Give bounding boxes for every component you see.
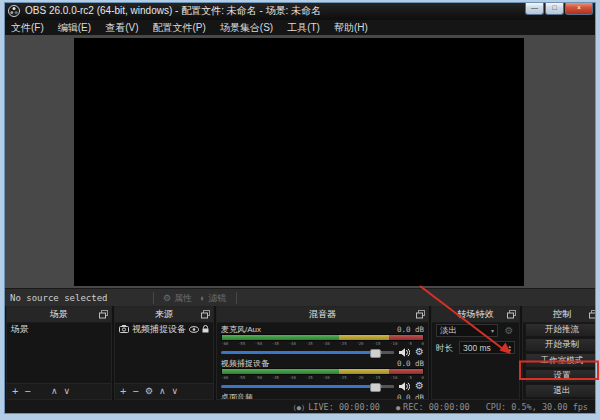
sources-title: 来源 xyxy=(155,308,173,321)
popout-icon[interactable] xyxy=(589,310,598,319)
studio-mode-button[interactable]: 工作室模式 xyxy=(525,353,599,367)
mixer-channel: 麦克风/Aux 0.0 dB -60-55-50-45-40-35-30-25-… xyxy=(221,324,424,358)
controls-panel: 控制 开始推流 开始录制 工作室模式 设置 退出 xyxy=(522,306,600,400)
transition-select[interactable]: 淡出 ▾ xyxy=(436,324,498,337)
source-properties-button[interactable]: ⚙ xyxy=(145,385,153,398)
menu-profile[interactable]: 配置文件(P) xyxy=(145,20,212,35)
start-recording-button[interactable]: 开始录制 xyxy=(525,338,599,352)
transitions-panel: 转场特效 淡出 ▾ ⚙ 时长 300 ms ▴ ▾ xyxy=(431,306,520,400)
menu-help[interactable]: 帮助(H) xyxy=(327,20,375,35)
popout-icon[interactable] xyxy=(201,310,210,319)
filter-icon: ◐ xyxy=(200,293,205,303)
filters-label: 滤镜 xyxy=(209,292,227,305)
status-bar: (●)LIVE: 00:00:00 ●REC: 00:00:00 CPU: 0.… xyxy=(4,400,596,414)
spinner-arrows[interactable]: ▴ ▾ xyxy=(508,344,511,352)
source-item[interactable]: 视频捕捉设备 xyxy=(115,322,213,336)
source-down-button[interactable]: ∨ xyxy=(172,385,179,398)
visibility-eye-icon[interactable] xyxy=(189,326,199,333)
controls-title: 控制 xyxy=(553,308,571,321)
channel-gear-icon[interactable]: ⚙ xyxy=(415,347,424,357)
source-up-button[interactable]: ∧ xyxy=(159,385,166,398)
source-toolbar-buttons: ⚙ 属性 ◐ 滤镜 xyxy=(148,289,242,307)
speaker-icon[interactable] xyxy=(399,382,410,391)
channel-name: 麦克风/Aux xyxy=(221,324,261,335)
sources-toolbar: + − ⚙ ∧ ∨ xyxy=(115,383,213,399)
gear-icon: ⚙ xyxy=(163,293,171,303)
camera-icon xyxy=(119,325,129,333)
properties-label: 属性 xyxy=(174,292,192,305)
channel-level: 0.0 dB xyxy=(397,359,424,368)
obs-window: OBS 26.0.0-rc2 (64-bit, windows) - 配置文件:… xyxy=(0,0,600,420)
scene-down-button[interactable]: ∨ xyxy=(63,385,70,398)
transitions-header: 转场特效 xyxy=(432,307,519,323)
volume-slider-handle[interactable] xyxy=(370,383,381,392)
divider xyxy=(153,292,154,304)
duration-spinner[interactable]: 300 ms ▴ ▾ xyxy=(459,341,515,354)
mixer-header: 混音器 xyxy=(217,307,428,323)
transitions-title: 转场特效 xyxy=(458,308,494,321)
scenes-toolbar: + − ∧ ∨ xyxy=(7,383,111,399)
chevron-down-icon: ▾ xyxy=(491,327,494,334)
filters-button[interactable]: ◐ 滤镜 xyxy=(196,292,230,305)
menu-view[interactable]: 查看(V) xyxy=(98,20,145,35)
popout-icon[interactable] xyxy=(416,310,425,319)
source-toolbar: No source selected ⚙ 属性 ◐ 滤镜 xyxy=(4,288,596,307)
maximize-button[interactable]: □ xyxy=(545,2,564,15)
lock-icon[interactable] xyxy=(202,325,209,333)
mixer-channel: 视频捕捉设备 0.0 dB -60-55-50-45-40-35-30-25-2… xyxy=(221,358,424,392)
mixer-panel: 混音器 麦克风/Aux 0.0 dB -60-55-50-45-40-35-30… xyxy=(216,306,429,400)
scenes-header: 场景 xyxy=(7,307,111,323)
add-source-button[interactable]: + xyxy=(120,385,126,398)
scenes-title: 场景 xyxy=(50,308,68,321)
no-source-label: No source selected xyxy=(10,293,108,303)
minimize-button[interactable]: — xyxy=(525,2,544,15)
scenes-list: 场景 + − ∧ ∨ xyxy=(7,322,111,399)
scene-up-button[interactable]: ∧ xyxy=(51,385,58,398)
properties-button[interactable]: ⚙ 属性 xyxy=(159,292,196,305)
channel-name: 视频捕捉设备 xyxy=(221,358,269,369)
spin-down-icon[interactable]: ▾ xyxy=(508,348,511,352)
volume-slider-handle[interactable] xyxy=(370,349,381,358)
start-streaming-button[interactable]: 开始推流 xyxy=(525,323,599,337)
controls-body: 开始推流 开始录制 工作室模式 设置 退出 xyxy=(523,322,600,399)
sources-list: 视频捕捉设备 + − ⚙ xyxy=(115,322,213,399)
live-status: (●)LIVE: 00:00:00 xyxy=(293,402,380,412)
rec-status: ●REC: 00:00:00 xyxy=(396,402,470,412)
transition-properties-button[interactable]: ⚙ xyxy=(502,324,516,337)
scene-item[interactable]: 场景 xyxy=(7,322,111,336)
source-item-actions xyxy=(189,325,209,333)
volume-slider[interactable] xyxy=(221,351,394,354)
menu-tools[interactable]: 工具(T) xyxy=(280,20,327,35)
window-controls: — □ × xyxy=(525,2,593,15)
channel-gear-icon[interactable]: ⚙ xyxy=(415,381,424,391)
channel-name: 桌面音频 xyxy=(221,392,253,400)
live-icon: (●) xyxy=(293,404,306,412)
mixer-title: 混音器 xyxy=(309,308,336,321)
mixer-body: 麦克风/Aux 0.0 dB -60-55-50-45-40-35-30-25-… xyxy=(217,322,428,399)
volume-slider[interactable] xyxy=(221,385,394,388)
controls-header: 控制 xyxy=(523,307,600,323)
transitions-body: 淡出 ▾ ⚙ 时长 300 ms ▴ ▾ xyxy=(432,322,519,399)
title-bar: OBS 26.0.0-rc2 (64-bit, windows) - 配置文件:… xyxy=(4,2,596,20)
popout-icon[interactable] xyxy=(507,310,516,319)
sources-panel: 来源 视频捕捉设备 xyxy=(114,306,214,400)
add-scene-button[interactable]: + xyxy=(12,385,18,398)
popout-icon[interactable] xyxy=(99,310,108,319)
exit-button[interactable]: 退出 xyxy=(525,384,599,398)
preview-canvas[interactable] xyxy=(74,38,524,286)
menu-file[interactable]: 文件(F) xyxy=(4,20,51,35)
menu-scene-collection[interactable]: 场景集合(S) xyxy=(213,20,280,35)
divider xyxy=(236,292,237,304)
window-title: OBS 26.0.0-rc2 (64-bit, windows) - 配置文件:… xyxy=(25,4,321,18)
duration-label: 时长 xyxy=(436,343,453,355)
settings-button[interactable]: 设置 xyxy=(525,369,599,383)
rec-icon: ● xyxy=(396,404,400,412)
cpu-fps-status: CPU: 0.5%, 30.00 fps xyxy=(486,402,588,412)
speaker-icon[interactable] xyxy=(399,348,410,357)
menu-edit[interactable]: 编辑(E) xyxy=(51,20,98,35)
volume-meter xyxy=(221,334,424,341)
sources-header: 来源 xyxy=(115,307,213,323)
close-button[interactable]: × xyxy=(565,2,593,15)
remove-source-button[interactable]: − xyxy=(132,385,138,398)
remove-scene-button[interactable]: − xyxy=(24,385,30,398)
